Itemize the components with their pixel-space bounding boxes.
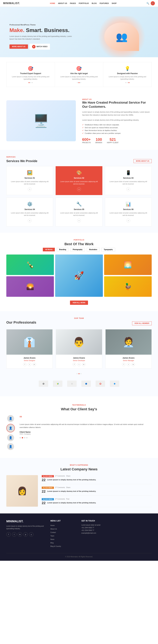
brand-logo-5: ⭕ — [96, 380, 105, 387]
blog-post-1: GLASS NEWS 27 Comments Share 22 Lorem ip… — [42, 475, 152, 484]
blog-tag-3: GLASS NEWS — [42, 498, 54, 500]
team-name-3: James Evans — [108, 357, 149, 359]
service-icon-2: 🎨 — [59, 170, 99, 175]
about-list-item: Nam fermentum lectus at dapibus facilisi… — [82, 130, 152, 131]
blog-featured: 👩 — [6, 475, 38, 507]
portfolio-tab-all[interactable]: All Works — [43, 248, 55, 251]
facebook-icon[interactable]: f — [122, 363, 125, 366]
dot — [32, 82, 33, 83]
footer-link-blog[interactable]: Blog — [50, 542, 54, 544]
nav-features[interactable]: FEATURES — [100, 2, 109, 4]
testimonials-title: What Our Client Say's — [6, 407, 152, 411]
service-name-5: Services 05 — [59, 208, 99, 210]
feature-dots-1 — [10, 82, 52, 83]
nav-icons: 🔍 🛒 — [146, 1, 155, 5]
hero-watch-btn[interactable]: ▶ WATCH VIDEO — [30, 44, 50, 50]
footer-link-news[interactable]: News — [50, 538, 54, 540]
carousel-dot[interactable] — [80, 373, 81, 374]
footer-link-about[interactable]: About Us — [50, 528, 57, 530]
service-desc-1: Lorem ipsum dolor sit amet consectetur a… — [10, 180, 50, 185]
search-icon[interactable]: 🔍 — [146, 2, 149, 4]
twitter-icon[interactable]: t — [127, 363, 130, 366]
team-view-btn[interactable]: VIEW ALL MEMBER — [132, 321, 152, 325]
t-dot[interactable] — [20, 437, 21, 438]
client-avatar-1[interactable]: 👤 — [7, 415, 14, 422]
about-list: Vestibulum finibus nibh non dictum vulpu… — [82, 124, 152, 134]
nav-shop[interactable]: SHOP — [112, 2, 117, 4]
nav-blog[interactable]: BLOG — [92, 2, 97, 4]
service-name-2: Services 02 — [59, 177, 99, 179]
service-plus-3[interactable]: + — [126, 187, 130, 191]
nav-portfolio[interactable]: PORTFOLIO — [79, 2, 89, 4]
team-carousel-dots — [6, 373, 152, 374]
team-info-3: James Evans Senior Manager f t in — [106, 355, 151, 368]
client-avatar-2[interactable]: 👤 — [6, 424, 15, 432]
service-plus-6[interactable]: + — [126, 219, 130, 222]
carousel-dot[interactable] — [77, 373, 78, 374]
footer-facebook-icon[interactable]: f — [6, 532, 11, 536]
portfolio-item-4[interactable]: 🌄 — [6, 276, 54, 297]
about-image: 🖥️ — [6, 100, 76, 141]
team-label: OUR TEAM — [6, 318, 152, 319]
portfolio-tab-typography[interactable]: Typography — [101, 248, 115, 251]
footer-link-home[interactable]: Home — [50, 525, 55, 526]
client-avatar-4[interactable]: 👤 — [7, 443, 14, 450]
footer-link-blog-country[interactable]: Blog & Country — [50, 546, 61, 547]
stat-projects: 600+ PROJECTS — [82, 137, 91, 144]
feature-icon-1: 🎯 — [10, 66, 52, 71]
testimonials-inner: 👤 👤 👤 👤 " Lorem ipsum dolor sit amet con… — [6, 415, 152, 450]
portfolio-item-3[interactable]: 🌅 — [104, 254, 152, 275]
cart-icon[interactable]: 🛒 — [151, 1, 155, 5]
twitter-icon[interactable]: t — [77, 363, 81, 366]
client-avatar-3[interactable]: 👤 — [7, 434, 14, 441]
portfolio-item-5[interactable]: 🦆 — [104, 276, 152, 297]
t-dot[interactable] — [26, 437, 28, 438]
footer-link-team[interactable]: Team — [50, 535, 54, 537]
service-card-1: 🖼️ Services 01 Lorem ipsum dolor sit ame… — [6, 166, 53, 195]
t-dot[interactable] — [24, 437, 25, 438]
t-dot[interactable] — [22, 437, 23, 438]
features-row: 🎯 Trusted Expert Support Lorem Ipsum is … — [6, 62, 152, 87]
portfolio-grid: 🍾 🚀 🌅 🌄 🦆 — [6, 254, 152, 297]
carousel-dot[interactable] — [79, 373, 79, 374]
portfolio-view-all-btn[interactable]: VIEW ALL WORK — [70, 300, 88, 305]
blog-layout: 👩 GLASS NEWS 27 Comments Share 22 Lorem … — [6, 475, 152, 507]
nav-home[interactable]: HOME — [50, 2, 55, 4]
footer-link-contact[interactable]: Contact — [50, 532, 56, 533]
portfolio-tab-branding[interactable]: Branding — [57, 248, 68, 251]
service-plus-4[interactable]: + — [28, 219, 32, 222]
footer-menu-heading: MENU LIST — [50, 520, 77, 522]
service-plus-5[interactable]: + — [77, 219, 81, 222]
portfolio-item-2[interactable]: 🚀 — [55, 254, 103, 297]
about-section: 🖥️ ABOUT US We Have Created Professional… — [0, 92, 158, 150]
nav-pages[interactable]: PAGES — [70, 2, 76, 4]
service-card-2: 🎨 Services 02 Lorem ipsum dolor sit amet… — [56, 166, 102, 195]
facebook-icon[interactable]: f — [23, 363, 27, 366]
hero-watch-label: WATCH VIDEO — [37, 46, 48, 48]
about-title: We Have Created Professional Service For… — [82, 100, 152, 109]
linkedin-icon[interactable]: in — [131, 363, 135, 366]
portfolio-item-1[interactable]: 🍾 — [6, 254, 54, 275]
services-more-btn[interactable]: MORE ABOUT US — [133, 159, 152, 163]
portfolio-section: PORTFOLIO Best Of The Work All Works Bra… — [0, 233, 158, 311]
linkedin-icon[interactable]: in — [82, 363, 85, 366]
service-plus-2[interactable]: + — [77, 187, 81, 191]
feature-title-1: Trusted Expert Support — [10, 72, 52, 74]
hero-more-btn[interactable]: MORE ABOUT US — [10, 44, 28, 49]
portfolio-tab-illustration[interactable]: Illustration — [87, 248, 100, 251]
service-desc-4: Lorem ipsum dolor sit amet consectetur a… — [10, 212, 50, 216]
service-plus-1[interactable]: + — [28, 187, 32, 191]
linkedin-icon[interactable]: in — [33, 363, 36, 366]
service-icon-3: 📱 — [108, 170, 148, 175]
services-grid: 🖼️ Services 01 Lorem ipsum dolor sit ame… — [6, 166, 152, 226]
dot — [79, 82, 79, 83]
twitter-icon[interactable]: t — [28, 363, 31, 366]
team-info-1: James Evans Senior Designer f t in — [7, 355, 52, 368]
footer-youtube-icon[interactable]: y — [29, 532, 34, 536]
portfolio-tab-photography[interactable]: Photography — [70, 248, 85, 251]
footer-instagram-icon[interactable]: in — [18, 532, 22, 536]
footer-pinterest-icon[interactable]: p — [23, 532, 28, 536]
nav-about[interactable]: ABOUT US — [58, 2, 67, 4]
facebook-icon[interactable]: f — [73, 363, 76, 366]
footer-twitter-icon[interactable]: t — [12, 532, 17, 536]
